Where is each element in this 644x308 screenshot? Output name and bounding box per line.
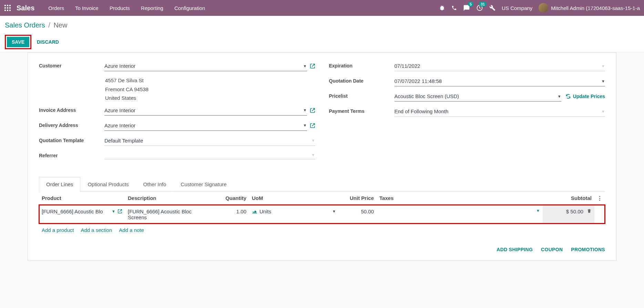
invoice-address-field[interactable]: Azure Interior ▼	[104, 105, 307, 116]
footer-actions: ADD SHIPPING COUPON PROMOTIONS	[39, 236, 605, 252]
nav-links: Orders To Invoice Products Reporting Con…	[44, 2, 209, 14]
add-product-link[interactable]: Add a product	[42, 227, 74, 233]
line-unit-price[interactable]: 50.00	[339, 205, 377, 224]
svg-rect-5	[9, 7, 11, 9]
avatar	[539, 3, 548, 13]
th-unit-price: Unit Price	[339, 192, 377, 205]
chevron-down-icon: ▼	[311, 153, 315, 157]
tools-icon[interactable]	[489, 5, 495, 11]
th-kebab[interactable]: ⋮	[594, 192, 605, 205]
tab-order-lines[interactable]: Order Lines	[39, 177, 80, 192]
activity-badge: 31	[479, 2, 487, 7]
chevron-down-icon: ▼	[601, 79, 605, 83]
payment-terms-field[interactable]: End of Following Month ▼	[395, 106, 605, 117]
top-nav: Sales Orders To Invoice Products Reporti…	[0, 0, 644, 16]
nav-products[interactable]: Products	[105, 2, 134, 14]
svg-rect-6	[4, 10, 6, 11]
quotation-template-field[interactable]: Default Template ▼	[104, 136, 315, 146]
external-link-icon[interactable]	[310, 63, 315, 69]
chevron-down-icon: ▼	[332, 209, 336, 213]
chevron-down-icon: ▼	[601, 109, 605, 114]
line-quantity[interactable]: 1.00	[211, 205, 249, 224]
messages-icon[interactable]: 5	[463, 4, 470, 11]
control-panel: Sales Orders / New SAVE DISCARD	[0, 16, 644, 52]
chevron-down-icon: ▼	[601, 64, 605, 68]
discard-button[interactable]: DISCARD	[37, 39, 59, 45]
expiration-field[interactable]: 07/11/2022 ▼	[395, 61, 605, 71]
company-switcher[interactable]: US Company	[502, 5, 532, 11]
quotation-date-field[interactable]: 07/07/2022 11:48:58 ▼	[395, 76, 605, 86]
line-uom-field[interactable]: Units ▼	[252, 209, 336, 214]
app-brand[interactable]: Sales	[17, 4, 34, 12]
chevron-down-icon: ▼	[303, 123, 307, 127]
th-description: Description	[125, 192, 211, 205]
pricelist-field[interactable]: Acoustic Bloc Screen (USD) ▼	[395, 91, 561, 102]
chevron-down-icon: ▼	[303, 64, 307, 68]
label-delivery-address: Delivery Address	[39, 120, 104, 128]
svg-rect-8	[9, 10, 11, 11]
svg-rect-2	[9, 5, 11, 6]
svg-rect-7	[7, 10, 8, 11]
chevron-down-icon: ▼	[112, 209, 115, 213]
nav-configuration[interactable]: Configuration	[170, 2, 209, 14]
add-note-link[interactable]: Add a note	[119, 227, 144, 233]
nav-reporting[interactable]: Reporting	[137, 2, 167, 14]
tab-customer-signature[interactable]: Customer Signature	[173, 177, 234, 192]
bug-icon[interactable]	[439, 5, 445, 11]
table-row[interactable]: [FURN_6666] Acoustic Blo ▼ [FURN_6666] A…	[39, 205, 605, 224]
label-expiration: Expiration	[329, 61, 395, 68]
label-payment-terms: Payment Terms	[329, 106, 395, 114]
user-menu[interactable]: Mitchell Admin (17204063-saas-15-1-a	[539, 3, 640, 13]
chevron-down-icon: ▼	[536, 209, 540, 213]
label-invoice-address: Invoice Address	[39, 105, 104, 113]
delivery-address-field[interactable]: Azure Interior ▼	[104, 120, 307, 131]
trash-icon[interactable]	[587, 209, 592, 214]
th-uom: UoM	[249, 192, 339, 205]
order-lines-table: Product Description Quantity UoM Unit Pr…	[39, 192, 605, 236]
breadcrumb: Sales Orders / New	[5, 21, 639, 29]
th-subtotal: Subtotal	[543, 192, 594, 205]
th-product: Product	[39, 192, 125, 205]
line-description[interactable]: [FURN_6666] Acoustic Bloc Screens	[125, 205, 211, 224]
save-highlight: SAVE	[5, 35, 31, 49]
tab-other-info[interactable]: Other Info	[136, 177, 174, 192]
tab-optional-products[interactable]: Optional Products	[80, 177, 136, 192]
promotions-button[interactable]: PROMOTIONS	[571, 247, 605, 252]
refresh-icon	[565, 94, 571, 99]
chevron-down-icon: ▼	[558, 94, 561, 98]
line-taxes-field[interactable]: ▼	[379, 209, 540, 213]
th-quantity: Quantity	[211, 192, 249, 205]
nav-orders[interactable]: Orders	[44, 2, 68, 14]
external-link-icon[interactable]	[310, 108, 315, 113]
svg-rect-4	[7, 7, 8, 9]
add-section-link[interactable]: Add a section	[81, 227, 112, 233]
svg-rect-0	[4, 5, 6, 6]
messages-badge: 5	[468, 2, 473, 7]
th-taxes: Taxes	[377, 192, 543, 205]
customer-address: 4557 De Silva St Fremont CA 94538 United…	[104, 76, 315, 103]
phone-icon[interactable]	[451, 5, 457, 11]
coupon-button[interactable]: COUPON	[541, 247, 563, 252]
form-sheet: Customer Azure Interior ▼ 4557	[28, 52, 616, 261]
customer-field[interactable]: Azure Interior ▼	[104, 61, 307, 71]
svg-rect-3	[4, 7, 6, 9]
save-button[interactable]: SAVE	[7, 37, 29, 47]
add-shipping-button[interactable]: ADD SHIPPING	[497, 247, 533, 252]
external-link-icon[interactable]	[310, 123, 315, 128]
label-customer: Customer	[39, 61, 104, 68]
external-link-icon[interactable]	[117, 209, 122, 214]
breadcrumb-root[interactable]: Sales Orders	[5, 21, 45, 29]
chart-icon[interactable]	[252, 209, 257, 214]
activity-icon[interactable]: 31	[476, 4, 483, 11]
label-pricelist: Pricelist	[329, 91, 395, 99]
referrer-field[interactable]: ▼	[104, 151, 315, 159]
chevron-down-icon: ▼	[311, 138, 315, 142]
label-referrer: Referrer	[39, 151, 104, 158]
nav-to-invoice[interactable]: To Invoice	[71, 2, 103, 14]
breadcrumb-current: New	[53, 21, 67, 29]
notebook-tabs: Order Lines Optional Products Other Info…	[39, 177, 605, 192]
update-prices-button[interactable]: Update Prices	[565, 94, 605, 99]
svg-rect-1	[7, 5, 8, 6]
apps-icon[interactable]	[4, 4, 11, 11]
line-product-field[interactable]: [FURN_6666] Acoustic Blo ▼	[42, 209, 122, 214]
